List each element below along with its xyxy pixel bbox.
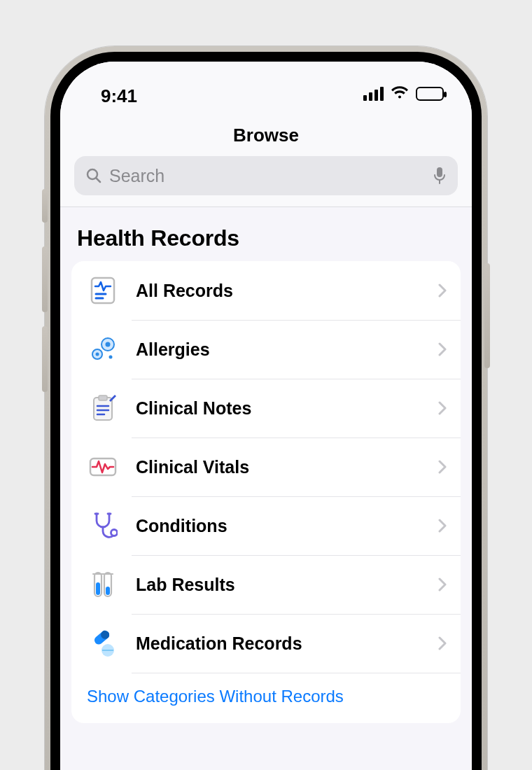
search-placeholder: Search <box>109 166 426 186</box>
row-label: Clinical Vitals <box>136 457 428 477</box>
chevron-right-icon <box>428 578 456 592</box>
row-label: Conditions <box>136 516 428 536</box>
show-categories-link[interactable]: Show Categories Without Records <box>71 673 461 723</box>
svg-rect-24 <box>106 587 110 595</box>
row-conditions[interactable]: Conditions <box>71 496 461 555</box>
row-clinical-notes[interactable]: Clinical Notes <box>71 379 461 438</box>
search-input[interactable]: Search <box>74 156 458 195</box>
svg-rect-13 <box>99 396 107 400</box>
svg-point-11 <box>109 356 113 359</box>
wifi-icon <box>391 85 409 102</box>
page-title: Browse <box>60 125 472 146</box>
svg-point-8 <box>106 342 111 347</box>
row-allergies[interactable]: Allergies <box>71 320 461 379</box>
chevron-right-icon <box>428 401 456 415</box>
medication-records-icon <box>87 627 119 659</box>
svg-line-1 <box>97 178 101 183</box>
records-list: All Records Allergies <box>71 261 461 723</box>
allergies-icon <box>87 333 119 365</box>
phone-frame: 9:41 Browse <box>45 46 487 770</box>
row-label: Lab Results <box>136 575 428 595</box>
svg-rect-12 <box>94 398 112 420</box>
row-label: Allergies <box>136 340 428 360</box>
clinical-notes-icon <box>87 392 119 424</box>
battery-icon <box>416 87 444 101</box>
search-container: Search <box>60 156 472 207</box>
clinical-vitals-icon <box>87 451 119 483</box>
chevron-right-icon <box>428 284 456 298</box>
svg-point-10 <box>96 353 99 356</box>
chevron-right-icon <box>428 460 456 474</box>
microphone-icon[interactable] <box>433 167 447 185</box>
svg-rect-2 <box>437 167 442 177</box>
status-time: 9:41 <box>101 85 137 107</box>
power-button <box>484 263 490 368</box>
search-icon <box>85 167 102 184</box>
row-all-records[interactable]: All Records <box>71 261 461 320</box>
section-header: Health Records <box>60 207 472 261</box>
chevron-right-icon <box>428 636 456 650</box>
chevron-right-icon <box>428 342 456 356</box>
row-label: Clinical Notes <box>136 398 428 419</box>
chevron-right-icon <box>428 519 456 533</box>
svg-point-20 <box>111 530 118 536</box>
lab-results-icon <box>87 568 119 601</box>
status-bar: 9:41 <box>60 62 472 123</box>
volume-up-button <box>42 246 48 312</box>
row-label: Medication Records <box>136 634 428 654</box>
row-label: All Records <box>136 281 428 301</box>
status-indicators <box>363 85 444 102</box>
conditions-icon <box>87 510 119 542</box>
svg-rect-22 <box>96 582 100 595</box>
row-medication-records[interactable]: Medication Records <box>71 614 461 673</box>
screen: 9:41 Browse <box>60 62 472 770</box>
side-button <box>42 189 48 223</box>
volume-down-button <box>42 326 48 392</box>
navbar: Browse <box>60 123 472 156</box>
cellular-icon <box>363 87 384 101</box>
all-records-icon <box>87 274 119 307</box>
row-clinical-vitals[interactable]: Clinical Vitals <box>71 438 461 496</box>
row-lab-results[interactable]: Lab Results <box>71 555 461 614</box>
